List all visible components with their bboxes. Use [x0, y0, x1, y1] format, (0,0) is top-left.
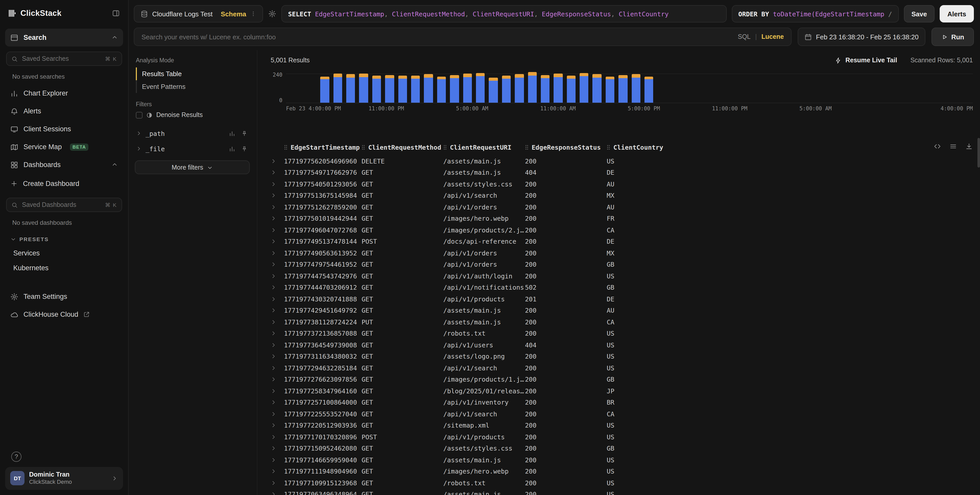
- table-row[interactable]: 1771977257100864000GET/api/v1/inventory2…: [270, 397, 973, 408]
- table-row[interactable]: 1771977429451649792GET/assets/main.js200…: [270, 305, 973, 316]
- table-settings-icon[interactable]: [949, 143, 957, 150]
- sql-toggle[interactable]: SQL: [738, 33, 751, 40]
- row-expand-chevron-icon[interactable]: [270, 331, 284, 336]
- column-header-clientcountry[interactable]: ClientCountry: [607, 143, 973, 151]
- drag-handle-icon[interactable]: [443, 144, 447, 150]
- sidebar-item-dashboards[interactable]: Dashboards: [5, 156, 123, 173]
- histogram-bar[interactable]: [554, 72, 563, 103]
- table-row[interactable]: 1771977549717662976GET/assets/main.js404…: [270, 167, 973, 178]
- table-row[interactable]: 1771977490563613952GET/api/v1/orders200M…: [270, 247, 973, 259]
- denoise-checkbox[interactable]: [136, 111, 143, 118]
- row-expand-chevron-icon[interactable]: [270, 273, 284, 279]
- sidebar-item-search[interactable]: Search: [5, 29, 123, 46]
- table-row[interactable]: 1771977225553527040GET/api/v1/search200C…: [270, 408, 973, 420]
- table-row[interactable]: 1771977444703206912GET/api/v1/notificati…: [270, 282, 973, 293]
- sidebar-item-chart-explorer[interactable]: Chart Explorer: [5, 84, 123, 102]
- column-header-edgestarttimestamp[interactable]: EdgeStartTimestamp: [284, 143, 361, 151]
- histogram-bar[interactable]: [619, 72, 627, 103]
- table-row[interactable]: 1771977294632285184GET/api/v1/search200U…: [270, 362, 973, 374]
- table-row[interactable]: 1771977109915123968GET/robots.txt200US: [270, 477, 973, 489]
- alerts-button[interactable]: Alerts: [940, 5, 974, 22]
- row-expand-chevron-icon[interactable]: [270, 239, 284, 244]
- collapse-sidebar-icon[interactable]: [112, 9, 120, 18]
- row-expand-chevron-icon[interactable]: [270, 342, 284, 348]
- row-expand-chevron-icon[interactable]: [270, 457, 284, 463]
- table-row[interactable]: 1771977381128724224PUT/assets/main.js200…: [270, 316, 973, 328]
- table-row[interactable]: 1771977276623097856GET/images/products/1…: [270, 374, 973, 385]
- histogram-bar[interactable]: [606, 72, 615, 103]
- histogram-bar[interactable]: [566, 72, 576, 103]
- drag-handle-icon[interactable]: [361, 144, 365, 150]
- histogram-plot[interactable]: [286, 72, 973, 103]
- more-filters-button[interactable]: More filters: [135, 161, 250, 174]
- row-expand-chevron-icon[interactable]: [270, 492, 284, 495]
- histogram-bar[interactable]: [580, 72, 589, 103]
- row-expand-chevron-icon[interactable]: [270, 308, 284, 314]
- row-expand-chevron-icon[interactable]: [270, 227, 284, 233]
- table-row[interactable]: 1771977146659959040GET/assets/main.js200…: [270, 454, 973, 466]
- histogram-bar[interactable]: [411, 72, 420, 103]
- row-expand-chevron-icon[interactable]: [270, 170, 284, 175]
- orderby-editor[interactable]: ORDER BY toDateTime(EdgeStartTimestamp /: [732, 5, 899, 22]
- sidebar-item-kubernetes[interactable]: Kubernetes: [5, 261, 123, 275]
- sidebar-item-team-settings[interactable]: Team Settings: [5, 288, 123, 306]
- histogram-bar[interactable]: [385, 72, 394, 103]
- help-button[interactable]: ?: [11, 451, 21, 462]
- row-expand-chevron-icon[interactable]: [270, 469, 284, 474]
- source-settings-gear-icon[interactable]: [268, 10, 276, 18]
- table-row[interactable]: 1771977111948904960GET/images/hero.webp2…: [270, 466, 973, 477]
- table-row[interactable]: 1771977495137478144POST/docs/api-referen…: [270, 236, 973, 247]
- histogram-bar[interactable]: [359, 72, 368, 103]
- histogram-bar[interactable]: [437, 72, 446, 103]
- row-expand-chevron-icon[interactable]: [270, 446, 284, 451]
- row-expand-chevron-icon[interactable]: [270, 285, 284, 290]
- presets-toggle[interactable]: PRESETS: [5, 232, 123, 246]
- pin-icon[interactable]: [241, 130, 248, 137]
- row-expand-chevron-icon[interactable]: [270, 216, 284, 221]
- histogram-bar[interactable]: [476, 72, 485, 103]
- table-row[interactable]: 1771977540501293056GET/assets/styles.css…: [270, 178, 973, 190]
- filter-field-file[interactable]: _file: [135, 141, 250, 156]
- user-profile-card[interactable]: DT Dominic Tran ClickStack Demo: [5, 466, 123, 490]
- run-button[interactable]: Run: [931, 28, 974, 46]
- row-expand-chevron-icon[interactable]: [270, 400, 284, 405]
- pin-icon[interactable]: [241, 145, 248, 152]
- event-search-input[interactable]: Search your events w/ Lucene ex. column:…: [134, 28, 792, 46]
- table-row[interactable]: 1771977258347964160GET/blog/2025/01/rele…: [270, 385, 973, 397]
- saved-searches-input[interactable]: Saved Searches ⌘ K: [6, 52, 122, 66]
- histogram-bar[interactable]: [398, 72, 407, 103]
- drag-handle-icon[interactable]: [284, 144, 288, 150]
- sidebar-item-service-map[interactable]: Service Map BETA: [5, 138, 123, 156]
- source-selector[interactable]: Cloudflare Logs Test Schema: [134, 5, 263, 22]
- select-query-editor[interactable]: SELECT EdgeStartTimestamp, ClientRequest…: [282, 5, 727, 22]
- row-expand-chevron-icon[interactable]: [270, 319, 284, 325]
- results-histogram[interactable]: 240 0: [270, 72, 973, 103]
- histogram-bar[interactable]: [463, 72, 472, 103]
- histogram-bar[interactable]: [346, 72, 355, 103]
- table-row[interactable]: 1771977372136857088GET/robots.txt200US: [270, 328, 973, 339]
- histogram-bar[interactable]: [644, 72, 654, 103]
- histogram-bar[interactable]: [515, 72, 524, 103]
- table-row[interactable]: 1771977562054696960DELETE/assets/main.js…: [270, 155, 973, 167]
- clickstack-logo[interactable]: ClickStack: [8, 9, 62, 18]
- histogram-bar[interactable]: [424, 72, 433, 103]
- table-row[interactable]: 1771977501019442944GET/images/hero.webp2…: [270, 213, 973, 224]
- row-expand-chevron-icon[interactable]: [270, 434, 284, 440]
- row-expand-chevron-icon[interactable]: [270, 480, 284, 486]
- column-header-clientrequestmethod[interactable]: ClientRequestMethod: [361, 143, 443, 151]
- histogram-bar[interactable]: [502, 72, 511, 103]
- saved-dashboards-input[interactable]: Saved Dashboards ⌘ K: [6, 198, 122, 212]
- row-expand-chevron-icon[interactable]: [270, 193, 284, 199]
- table-scrollbar[interactable]: [977, 138, 980, 167]
- sidebar-item-client-sessions[interactable]: Client Sessions: [5, 120, 123, 138]
- table-row[interactable]: 1771977311634380032GET/assets/logo.png20…: [270, 351, 973, 362]
- save-button[interactable]: Save: [904, 5, 935, 22]
- denoise-results-toggle[interactable]: Denoise Results: [136, 111, 250, 118]
- drag-handle-icon[interactable]: [525, 144, 528, 150]
- table-row[interactable]: 1771977063496348964GET/assets/main.js200…: [270, 489, 973, 495]
- row-expand-chevron-icon[interactable]: [270, 262, 284, 267]
- row-expand-chevron-icon[interactable]: [270, 158, 284, 164]
- row-expand-chevron-icon[interactable]: [270, 204, 284, 210]
- row-expand-chevron-icon[interactable]: [270, 377, 284, 382]
- histogram-bar[interactable]: [333, 72, 342, 103]
